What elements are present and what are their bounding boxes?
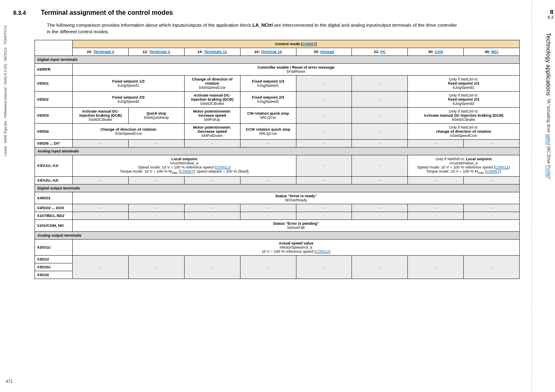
footer-side-text: Lenze · 8400 TopLine · Reference manual … [3, 25, 7, 156]
row-x101: X101/COM, NO [35, 219, 73, 231]
col-12: 12: Terminals 2 [128, 48, 184, 56]
row-x5di1: X5/DI1 [35, 76, 73, 92]
link-c00007[interactable]: C00007 [302, 42, 316, 46]
rail-title: Technology applications [545, 33, 552, 96]
row-x3o1i: X3/O1I [35, 255, 73, 263]
rail-subtitle: TA "actuating drive speed (AC Drive Prof… [546, 99, 551, 180]
hdr-digital-output: Digital output terminals [35, 184, 520, 192]
terminal-table: Control mode (C00007) 10: Terminals 0 12… [35, 40, 520, 279]
col-21: 21: PC [352, 48, 408, 56]
col-10: 10: Terminals 0 [73, 48, 129, 56]
row-x4do1: X4/DO1 [35, 192, 73, 204]
col-30: 30: CAN [408, 48, 464, 56]
page-number: 471 [6, 379, 13, 384]
row-x5di3: X5/DI3 [35, 108, 73, 124]
intro-text: The following comparison provides inform… [47, 22, 458, 35]
chapter-number: 8 [548, 8, 553, 15]
row-x4do2: X4/DO2 ... DO3 [35, 204, 73, 212]
row-x5di2: X5/DI2 [35, 92, 73, 108]
hdr-analog-output: Analog output terminals [35, 231, 520, 239]
col-16: 16: Terminal 16 [240, 48, 296, 56]
hdr-digital-input: Digital input terminals [35, 56, 520, 64]
right-rail: 8 8.3 Technology applications TA "actuat… [532, 0, 555, 392]
control-mode-header: Control mode (C00007) [73, 40, 520, 48]
col-40: 40: MCI [464, 48, 520, 56]
col-14: 14: Terminals 11 [184, 48, 240, 56]
row-x3a2u: X3/A2U, A2I [35, 176, 73, 184]
row-x3o2i: X3/O2I [35, 271, 73, 279]
subchapter-number: 8.3 [548, 15, 553, 20]
row-x3o1u: X3/O1U [35, 239, 73, 255]
row-x3o2u: X3/O2U [35, 263, 73, 271]
section-number: 8.3.4 [13, 9, 26, 16]
row-x3a1u: X3/A1U, A1I [35, 155, 73, 177]
hdr-analog-input: Analog input terminals [35, 148, 520, 155]
section-title: Terminal assignment of the control modes [41, 9, 173, 16]
col-20: 20: Keypad [296, 48, 352, 56]
row-x107: X107/BD1, BD2 [35, 212, 73, 219]
row-x5rfr: X5/RFR [35, 64, 73, 76]
row-x5di5: X5/DI5 ... DI7 [35, 140, 73, 148]
row-x5di4: X5/DI4 [35, 124, 73, 140]
